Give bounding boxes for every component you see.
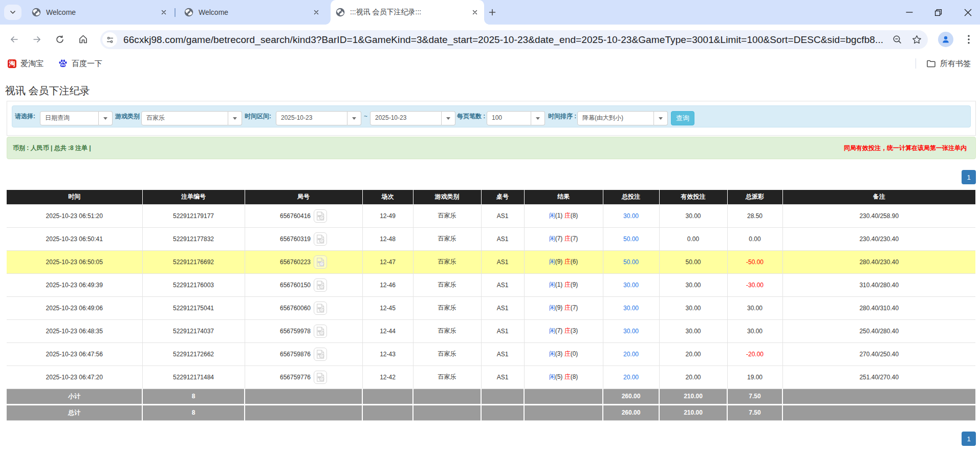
cell-table-no: AS1	[481, 296, 524, 319]
cell-total-bet: 50.00	[603, 227, 659, 250]
browser-menu-button[interactable]	[961, 32, 976, 47]
video-replay-button[interactable]	[314, 348, 327, 361]
cell-game-type: 百家乐	[413, 365, 481, 389]
total-bet-link[interactable]: 30.00	[623, 328, 639, 335]
cell-session: 12-44	[362, 319, 413, 342]
subtotal-row: 小计 8 260.00 210.00 7.50	[7, 389, 975, 404]
result-banker-label: 庄	[564, 350, 571, 357]
video-replay-button[interactable]	[314, 302, 327, 315]
baidu-icon: du	[58, 59, 68, 68]
cell-game-no: 656760416	[245, 204, 362, 227]
tab-close-icon[interactable]	[160, 8, 168, 16]
address-bar[interactable]: 66cxkj98.com/game/betrecord_search/kind3…	[100, 30, 928, 49]
cell-total-bet: 30.00	[603, 296, 659, 319]
pagination-page-1-bottom[interactable]: 1	[962, 432, 976, 446]
folder-icon	[926, 59, 936, 69]
search-button[interactable]: 查询	[671, 111, 694, 125]
video-replay-button[interactable]	[314, 209, 327, 223]
new-tab-button[interactable]	[486, 6, 498, 18]
result-banker-label: 庄	[564, 235, 571, 242]
date-start-dropdown-button[interactable]	[347, 111, 361, 125]
result-banker-value: (9)	[571, 281, 578, 288]
tab-search-button[interactable]	[4, 5, 21, 20]
tilde-separator: ~	[364, 106, 367, 127]
pagination-page-1-top[interactable]: 1	[962, 170, 976, 184]
cell-bet-id: 522912174037	[142, 319, 245, 342]
result-banker-label: 庄	[564, 281, 571, 288]
game-type-select[interactable]: 百家乐	[141, 111, 228, 125]
total-empty-cell	[782, 404, 975, 420]
window-close-button[interactable]	[955, 0, 980, 25]
globe-icon	[31, 7, 41, 17]
cell-time: 2025-10-23 06:47:56	[7, 342, 142, 365]
tab-welcome-2[interactable]: Welcome	[176, 0, 325, 25]
date-end-dropdown-button[interactable]	[442, 111, 455, 125]
per-page-input[interactable]: 100	[487, 111, 531, 125]
tab-separator	[175, 8, 176, 17]
url-text[interactable]: 66cxkj98.com/game/betrecord_search/kind3…	[123, 34, 887, 46]
video-replay-button[interactable]	[314, 371, 327, 384]
cell-payout: -20.00	[727, 342, 782, 365]
back-button[interactable]	[6, 25, 23, 54]
table-body: 2025-10-23 06:51:20 522912179177 6567604…	[7, 204, 975, 389]
tab-active-betrecord[interactable]: :::视讯 会员下注纪录:::	[331, 0, 484, 25]
subtotal-empty-cell	[524, 389, 603, 404]
date-end-input[interactable]: 2025-10-23	[370, 111, 442, 125]
bookmark-label: 百度一下	[72, 59, 102, 69]
total-bet-link[interactable]: 20.00	[623, 374, 639, 381]
all-bookmarks-button[interactable]: 所有书签	[922, 56, 975, 71]
cell-time: 2025-10-23 06:50:05	[7, 250, 142, 273]
total-bet-link[interactable]: 20.00	[623, 351, 639, 358]
bookmarks-bar: 淘 爱淘宝 du 百度一下 所有书签	[0, 54, 980, 73]
bookmark-star[interactable]	[907, 30, 926, 49]
total-bet-link[interactable]: 50.00	[623, 259, 639, 266]
col-header-game-type: 游戏类别	[413, 190, 481, 204]
reload-button[interactable]	[51, 25, 69, 54]
bookmark-taobao[interactable]: 淘 爱淘宝	[4, 56, 48, 71]
video-file-icon	[315, 372, 325, 382]
total-bet-link[interactable]: 30.00	[623, 305, 639, 312]
result-player-value: (9)	[555, 258, 563, 265]
query-type-select[interactable]: 日期查询	[40, 111, 99, 125]
window-restore-button[interactable]	[926, 0, 950, 25]
tab-welcome-1[interactable]: Welcome	[24, 0, 173, 25]
cell-game-no: 656759978	[245, 319, 362, 342]
video-replay-button[interactable]	[314, 325, 327, 338]
date-start-input[interactable]: 2025-10-23	[276, 111, 347, 125]
zoom-out-indicator[interactable]	[887, 30, 907, 49]
bookmark-baidu[interactable]: du 百度一下	[54, 56, 106, 71]
table-row: 2025-10-23 06:48:35 522912174037 6567599…	[7, 319, 975, 342]
forward-button[interactable]	[28, 25, 46, 54]
cell-result: 闲(5) 庄(8)	[524, 365, 603, 389]
per-page-dropdown-button[interactable]	[531, 111, 545, 125]
profile-avatar[interactable]	[938, 32, 953, 47]
subtotal-empty-cell	[481, 389, 524, 404]
tab-close-icon[interactable]	[312, 8, 320, 16]
total-count: 8	[142, 404, 245, 420]
result-player-label: 闲	[549, 373, 555, 380]
video-replay-button[interactable]	[314, 278, 327, 292]
total-bet-link[interactable]: 50.00	[623, 235, 639, 243]
total-bet-link[interactable]: 30.00	[623, 282, 639, 289]
result-player-label: 闲	[549, 304, 555, 311]
video-replay-button[interactable]	[314, 232, 327, 246]
sort-dropdown-button[interactable]	[654, 111, 668, 125]
video-replay-button[interactable]	[314, 255, 327, 269]
cell-game-no: 656759876	[245, 342, 362, 365]
game-type-label: 游戏类别	[115, 106, 140, 127]
query-type-dropdown-button[interactable]	[99, 111, 113, 125]
tab-close-icon[interactable]	[471, 8, 479, 16]
total-bet-link[interactable]: 30.00	[623, 212, 639, 220]
result-player-value: (1)	[555, 281, 563, 288]
total-valid-bet: 210.00	[659, 404, 727, 420]
sort-select[interactable]: 降幕(由大到小)	[577, 111, 654, 125]
site-settings-chip[interactable]	[102, 32, 117, 47]
home-button[interactable]	[74, 25, 92, 54]
game-type-dropdown-button[interactable]	[228, 111, 242, 125]
cell-remark: 280.40/230.40	[782, 250, 975, 273]
all-bookmarks-label: 所有书签	[940, 59, 971, 69]
window-minimize-button[interactable]	[897, 0, 922, 25]
cell-payout: -50.00	[727, 250, 782, 273]
cell-time: 2025-10-23 06:47:20	[7, 365, 142, 389]
result-player-value: (1)	[555, 212, 563, 219]
